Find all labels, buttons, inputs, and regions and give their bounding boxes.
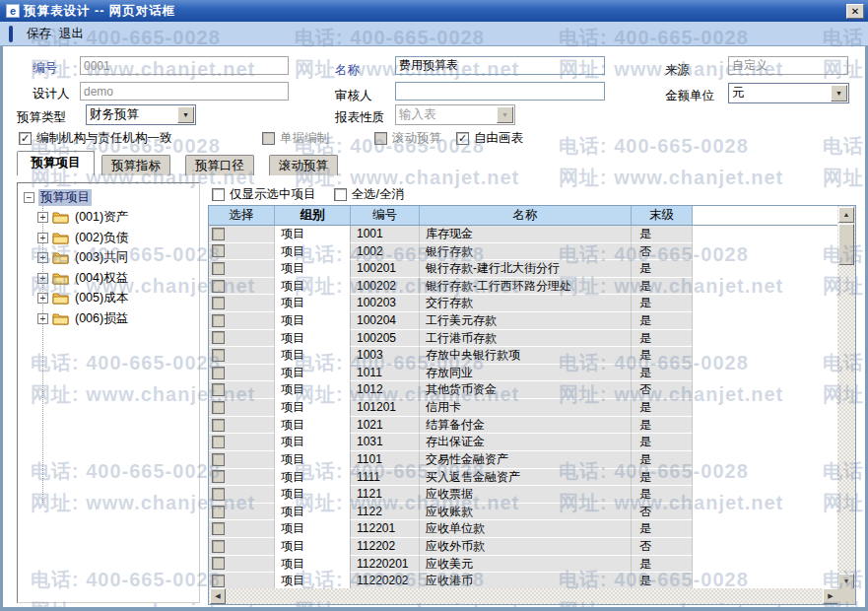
scroll-down-icon[interactable]: ▼ [838, 574, 854, 589]
cell-group[interactable]: 项目 [275, 399, 351, 417]
column-header[interactable]: 选择 [209, 206, 275, 225]
expand-icon[interactable]: + [37, 233, 48, 243]
scroll-up-icon[interactable]: ▲ [838, 207, 854, 223]
cell-group[interactable]: 项目 [275, 330, 351, 348]
expand-icon[interactable]: + [37, 212, 48, 223]
row-checkbox[interactable] [212, 419, 225, 432]
cell-group[interactable]: 项目 [275, 365, 351, 382]
tab-预算项目[interactable]: 预算项目 [17, 151, 95, 175]
tree-item[interactable]: + (002)负债 [37, 230, 130, 246]
row-checkbox[interactable] [212, 470, 225, 483]
checkbox[interactable]: ✓ [456, 132, 469, 145]
row-checkbox[interactable] [212, 557, 225, 570]
cell-group[interactable]: 项目 [275, 556, 351, 574]
source-input[interactable] [728, 56, 848, 75]
collapse-icon[interactable]: − [24, 192, 34, 203]
tree-item-label[interactable]: (005)成本 [73, 290, 130, 306]
column-header[interactable]: 名称 [420, 206, 632, 225]
expand-icon[interactable]: + [37, 293, 48, 304]
cell-group[interactable]: 项目 [275, 451, 351, 469]
row-checkbox[interactable] [212, 367, 225, 379]
number-input[interactable] [80, 56, 289, 75]
show-selected-checkbox[interactable] [212, 188, 225, 201]
row-checkbox[interactable] [212, 401, 225, 414]
designer-input[interactable] [80, 82, 289, 101]
show-selected-option[interactable]: 仅显示选中项目 [212, 186, 316, 203]
expand-icon[interactable]: + [37, 313, 48, 324]
expand-icon[interactable]: + [37, 273, 48, 284]
tree-item-label[interactable]: (004)权益 [73, 270, 130, 287]
tree-item-label[interactable]: (003)共同 [73, 249, 130, 266]
auditor-input[interactable] [395, 82, 605, 101]
row-checkbox[interactable] [212, 383, 225, 396]
cell-group[interactable]: 项目 [275, 417, 351, 435]
tree-root-node[interactable]: − 预算项目 [24, 189, 92, 206]
row-checkbox[interactable] [212, 331, 225, 344]
scroll-left-icon[interactable]: ◀ [210, 588, 226, 604]
column-header[interactable]: 编号 [351, 206, 420, 225]
scroll-right-icon[interactable]: ▶ [823, 588, 838, 604]
name-input[interactable] [395, 56, 605, 75]
tab-预算口径[interactable]: 预算口径 [185, 155, 254, 175]
row-checkbox[interactable] [212, 436, 225, 448]
tree-root-label[interactable]: 预算项目 [38, 189, 92, 206]
tab-预算指标[interactable]: 预算指标 [101, 155, 170, 175]
row-checkbox[interactable] [212, 244, 225, 257]
tree-item[interactable]: + (006)损益 [37, 310, 130, 327]
horizontal-scrollbar[interactable]: ◀ ▶ [209, 588, 839, 604]
column-header[interactable]: 末级 [632, 206, 693, 225]
row-checkbox[interactable] [212, 540, 225, 553]
tree-item[interactable]: + (005)成本 [37, 290, 130, 306]
cell-group[interactable]: 项目 [275, 520, 351, 538]
option-checkbox-item[interactable]: ✓ 编制机构与责任机构一致 [19, 130, 262, 147]
tree-item[interactable]: + (001)资产 [37, 209, 130, 226]
cell-group[interactable]: 项目 [275, 312, 351, 330]
tab-滚动预算[interactable]: 滚动预算 [269, 155, 338, 175]
tree-item-label[interactable]: (002)负债 [73, 230, 130, 246]
row-checkbox[interactable] [212, 506, 225, 518]
cell-group[interactable]: 项目 [275, 486, 351, 504]
cell-group[interactable]: 项目 [275, 260, 351, 278]
amount-unit-select[interactable]: 元 ▼ [728, 83, 849, 103]
row-checkbox[interactable] [212, 488, 225, 501]
cell-group[interactable]: 项目 [275, 434, 351, 451]
cell-group[interactable]: 项目 [275, 243, 351, 261]
tree-item[interactable]: + (004)权益 [37, 270, 130, 287]
column-header[interactable]: 组别 [275, 206, 351, 225]
option-checkbox-item[interactable]: 单据编制 [262, 130, 374, 147]
tree-item[interactable]: + (003)共同 [37, 249, 130, 266]
tree-item-label[interactable]: (006)损益 [73, 310, 130, 327]
row-checkbox[interactable] [212, 297, 225, 309]
budget-type-select[interactable]: 财务预算 ▼ [86, 104, 196, 125]
cell-group[interactable]: 项目 [275, 504, 351, 521]
cell-group[interactable]: 项目 [275, 469, 351, 487]
report-nature-select[interactable]: 输入表 ▼ [395, 104, 515, 125]
option-checkbox-item[interactable]: ✓ 自由画表 [456, 130, 523, 147]
row-checkbox[interactable] [212, 262, 225, 275]
checkbox[interactable]: ✓ [19, 132, 32, 145]
cell-group[interactable]: 项目 [275, 538, 351, 556]
select-all-checkbox[interactable] [334, 188, 347, 201]
row-checkbox[interactable] [212, 349, 225, 362]
checkbox[interactable] [374, 132, 387, 145]
row-checkbox[interactable] [212, 314, 225, 327]
vertical-scrollbar[interactable]: ▲ ▼ [837, 206, 855, 590]
row-checkbox[interactable] [212, 453, 225, 466]
row-checkbox[interactable] [212, 575, 225, 587]
row-checkbox[interactable] [212, 280, 225, 293]
close-icon[interactable]: ✕ [846, 4, 864, 19]
cell-group[interactable]: 项目 [275, 226, 351, 243]
row-checkbox[interactable] [212, 522, 225, 535]
cell-group[interactable]: 项目 [275, 381, 351, 399]
save-button[interactable]: 保存 [23, 24, 55, 44]
checkbox[interactable] [262, 132, 275, 145]
row-checkbox[interactable] [212, 228, 225, 240]
cell-group[interactable]: 项目 [275, 347, 351, 365]
exit-button[interactable]: 退出 [55, 24, 88, 44]
select-all-option[interactable]: 全选/全消 [334, 186, 404, 203]
cell-group[interactable]: 项目 [275, 295, 351, 312]
tree-item-label[interactable]: (001)资产 [73, 209, 130, 226]
option-checkbox-item[interactable]: 滚动预算 [374, 130, 456, 147]
cell-group[interactable]: 项目 [275, 278, 351, 296]
expand-icon[interactable]: + [37, 252, 48, 263]
